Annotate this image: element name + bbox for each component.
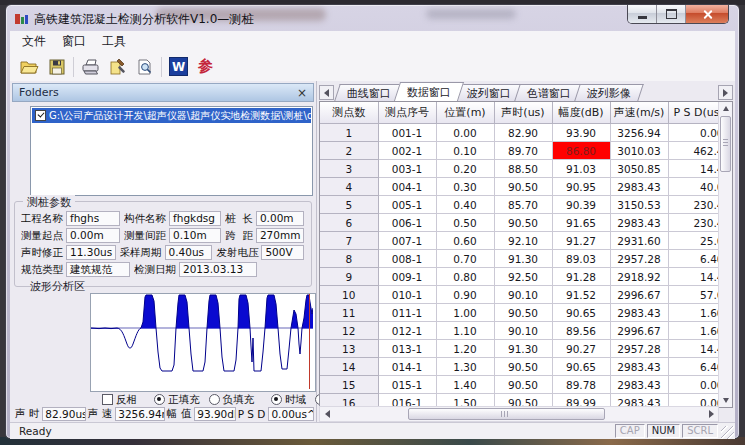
folder-list-item[interactable]: G:\公司产品设计开发\超声仪器\超声仪实地检测数据\测桩\qd\qd03\qd…: [32, 108, 311, 123]
cell[interactable]: 012-1: [378, 322, 436, 340]
cell[interactable]: 015-1: [378, 376, 436, 394]
cell[interactable]: 13: [320, 340, 378, 358]
cell[interactable]: 0.60: [436, 232, 494, 250]
folders-close-icon[interactable]: ×: [297, 88, 307, 98]
cell[interactable]: 2983.43: [610, 304, 668, 322]
report-tool-button[interactable]: [104, 55, 131, 79]
folders-list[interactable]: G:\公司产品设计开发\超声仪器\超声仪实地检测数据\测桩\qd\qd03\qd…: [30, 106, 313, 196]
menu-item-3[interactable]: 工具: [94, 31, 134, 52]
cell[interactable]: 3010.03: [610, 142, 668, 160]
parameters-button[interactable]: 参: [192, 55, 219, 79]
cell[interactable]: 0.50: [436, 214, 494, 232]
cell[interactable]: 001-1: [378, 124, 436, 142]
cell[interactable]: 91.30: [494, 340, 552, 358]
cell[interactable]: 0.20: [436, 160, 494, 178]
cell[interactable]: 3256.94: [610, 124, 668, 142]
open-file-button[interactable]: [16, 55, 43, 79]
scroll-right-button[interactable]: [704, 407, 718, 421]
cell[interactable]: 002-1: [378, 142, 436, 160]
cell[interactable]: 40.0: [668, 178, 725, 196]
cell[interactable]: 003-1: [378, 160, 436, 178]
cell[interactable]: 90.95: [552, 178, 610, 196]
cell[interactable]: 82.90: [494, 124, 552, 142]
cell[interactable]: 0.90: [436, 286, 494, 304]
cell[interactable]: 89.03: [552, 250, 610, 268]
cell[interactable]: 92.10: [494, 232, 552, 250]
tab-scroll-left-button[interactable]: [319, 85, 334, 100]
cell[interactable]: 2957.28: [610, 340, 668, 358]
cell[interactable]: 91.27: [552, 232, 610, 250]
cell[interactable]: 0.70: [436, 250, 494, 268]
cell[interactable]: 2931.60: [610, 232, 668, 250]
cell[interactable]: 0.30: [436, 178, 494, 196]
menu-item-1[interactable]: 文件: [14, 31, 54, 52]
tab-1[interactable]: 曲线窗口: [334, 84, 404, 101]
cell[interactable]: 230.4: [668, 214, 725, 232]
print-button[interactable]: [77, 55, 104, 79]
cell[interactable]: 011-1: [378, 304, 436, 322]
cell[interactable]: 25.6: [668, 232, 725, 250]
tab-5[interactable]: 波列影像: [574, 84, 644, 101]
cell[interactable]: 90.50: [494, 178, 552, 196]
save-button[interactable]: [43, 55, 70, 79]
table-row[interactable]: 5005-10.4085.7090.393150.53230.4: [320, 196, 725, 214]
table-row[interactable]: 9009-10.8092.5091.282918.9214.4: [320, 268, 725, 286]
cell[interactable]: 11: [320, 304, 378, 322]
cell[interactable]: 86.80: [552, 142, 610, 160]
cell[interactable]: 92.50: [494, 268, 552, 286]
horizontal-scrollbar-thumb[interactable]: [408, 408, 605, 420]
cell[interactable]: 93.90: [552, 124, 610, 142]
cell[interactable]: 14: [320, 358, 378, 376]
vertical-scrollbar-thumb[interactable]: [720, 116, 731, 172]
export-word-button[interactable]: W: [165, 55, 192, 79]
vertical-scrollbar[interactable]: [718, 102, 732, 407]
close-button[interactable]: [686, 5, 728, 23]
cell[interactable]: 2996.67: [610, 286, 668, 304]
fill-radio[interactable]: [154, 394, 165, 405]
tab-scroll-right-button[interactable]: [718, 85, 733, 100]
cell[interactable]: 2996.67: [610, 322, 668, 340]
cell[interactable]: 90.27: [552, 340, 610, 358]
cell[interactable]: 15: [320, 376, 378, 394]
maximize-button[interactable]: [657, 5, 686, 23]
table-row[interactable]: 3003-10.2088.5091.033050.8514.4: [320, 160, 725, 178]
table-row[interactable]: 6006-10.5090.5091.652983.43230.4: [320, 214, 725, 232]
cell[interactable]: 230.4: [668, 196, 725, 214]
domain-radio[interactable]: [271, 394, 282, 405]
cell[interactable]: 90.65: [552, 304, 610, 322]
scroll-down-button[interactable]: [719, 394, 732, 407]
tab-2[interactable]: 数据窗口: [394, 82, 464, 101]
cell[interactable]: 91.65: [552, 214, 610, 232]
cell[interactable]: 90.50: [494, 214, 552, 232]
waveform-plot[interactable]: [90, 293, 316, 392]
cell[interactable]: 0.00: [436, 124, 494, 142]
cell[interactable]: 004-1: [378, 178, 436, 196]
cell[interactable]: 0.00: [668, 376, 725, 394]
cell[interactable]: 010-1: [378, 286, 436, 304]
cell[interactable]: 9: [320, 268, 378, 286]
cell[interactable]: 90.50: [494, 358, 552, 376]
cell[interactable]: 008-1: [378, 250, 436, 268]
cell[interactable]: 2: [320, 142, 378, 160]
table-row[interactable]: 2002-10.1089.7086.803010.03462.4: [320, 142, 725, 160]
fill-option-2[interactable]: 负填充: [209, 393, 255, 407]
fill-radio[interactable]: [209, 394, 220, 405]
cell[interactable]: 91.03: [552, 160, 610, 178]
cell[interactable]: 90.10: [494, 286, 552, 304]
horizontal-scrollbar[interactable]: [319, 406, 719, 422]
cell[interactable]: 2983.43: [610, 376, 668, 394]
cell[interactable]: 8: [320, 250, 378, 268]
cell[interactable]: 0.10: [436, 142, 494, 160]
tab-3[interactable]: 波列窗口: [454, 84, 524, 101]
table-row[interactable]: 12012-11.1090.1089.562996.671.60: [320, 322, 725, 340]
cell[interactable]: 7: [320, 232, 378, 250]
table-row[interactable]: 10010-10.9090.1091.522996.6757.6: [320, 286, 725, 304]
cell[interactable]: 1.40: [436, 376, 494, 394]
cell[interactable]: 57.6: [668, 286, 725, 304]
cell[interactable]: 007-1: [378, 232, 436, 250]
cell[interactable]: 12: [320, 322, 378, 340]
cell[interactable]: 5: [320, 196, 378, 214]
fill-option-1[interactable]: 正填充: [154, 393, 200, 407]
minimize-button[interactable]: [628, 5, 657, 23]
domain-option-1[interactable]: 时域: [271, 393, 306, 407]
